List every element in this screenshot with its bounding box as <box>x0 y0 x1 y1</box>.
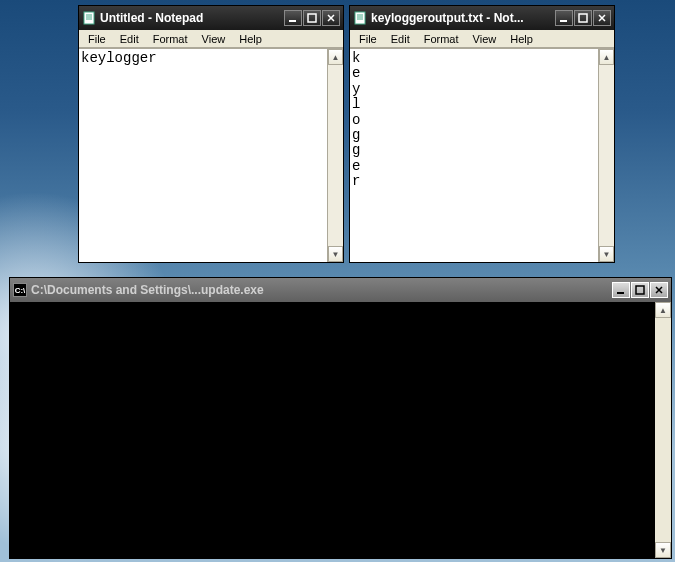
svg-rect-5 <box>579 14 587 22</box>
menu-format[interactable]: Format <box>146 31 195 47</box>
svg-rect-2 <box>308 14 316 22</box>
vertical-scrollbar[interactable]: ▲ ▼ <box>327 49 343 262</box>
maximize-button[interactable] <box>303 10 321 26</box>
svg-rect-4 <box>560 20 567 22</box>
scroll-down-button[interactable]: ▼ <box>328 246 343 262</box>
menubar: File Edit Format View Help <box>350 30 614 48</box>
window-title: keyloggeroutput.txt - Not... <box>371 11 555 25</box>
menu-view[interactable]: View <box>195 31 233 47</box>
minimize-button[interactable] <box>555 10 573 26</box>
cmd-content[interactable] <box>10 302 655 558</box>
cmd-window: C:\ C:\Documents and Settings\...update.… <box>9 277 672 559</box>
text-content[interactable]: k e y l o g g e r <box>350 49 598 262</box>
svg-rect-7 <box>636 286 644 294</box>
menu-help[interactable]: Help <box>232 31 269 47</box>
menu-view[interactable]: View <box>466 31 504 47</box>
window-title: C:\Documents and Settings\...update.exe <box>31 283 612 297</box>
close-button[interactable] <box>322 10 340 26</box>
editor-area: keylogger ▲ ▼ <box>79 48 343 262</box>
menu-file[interactable]: File <box>352 31 384 47</box>
close-button[interactable] <box>650 282 668 298</box>
notepad-icon <box>82 11 96 25</box>
minimize-button[interactable] <box>284 10 302 26</box>
menubar: File Edit Format View Help <box>79 30 343 48</box>
scroll-track[interactable] <box>599 65 614 246</box>
cmd-icon: C:\ <box>13 283 27 297</box>
maximize-button[interactable] <box>631 282 649 298</box>
svg-rect-6 <box>617 292 624 294</box>
vertical-scrollbar[interactable]: ▲ ▼ <box>598 49 614 262</box>
svg-rect-3 <box>355 12 365 24</box>
scroll-up-button[interactable]: ▲ <box>655 302 671 318</box>
notepad-icon <box>353 11 367 25</box>
menu-edit[interactable]: Edit <box>113 31 146 47</box>
menu-file[interactable]: File <box>81 31 113 47</box>
window-title: Untitled - Notepad <box>100 11 284 25</box>
notepad-window-1: Untitled - Notepad File Edit Format View… <box>78 5 344 263</box>
scroll-down-button[interactable]: ▼ <box>599 246 614 262</box>
svg-rect-1 <box>289 20 296 22</box>
scroll-track[interactable] <box>328 65 343 246</box>
svg-rect-0 <box>84 12 94 24</box>
titlebar[interactable]: C:\ C:\Documents and Settings\...update.… <box>10 278 671 302</box>
scroll-up-button[interactable]: ▲ <box>328 49 343 65</box>
menu-format[interactable]: Format <box>417 31 466 47</box>
editor-area: k e y l o g g e r ▲ ▼ <box>350 48 614 262</box>
scroll-down-button[interactable]: ▼ <box>655 542 671 558</box>
minimize-button[interactable] <box>612 282 630 298</box>
close-button[interactable] <box>593 10 611 26</box>
scroll-track[interactable] <box>655 318 671 542</box>
cmd-body: ▲ ▼ <box>10 302 671 558</box>
notepad-window-2: keyloggeroutput.txt - Not... File Edit F… <box>349 5 615 263</box>
maximize-button[interactable] <box>574 10 592 26</box>
menu-help[interactable]: Help <box>503 31 540 47</box>
vertical-scrollbar[interactable]: ▲ ▼ <box>655 302 671 558</box>
menu-edit[interactable]: Edit <box>384 31 417 47</box>
scroll-up-button[interactable]: ▲ <box>599 49 614 65</box>
text-content[interactable]: keylogger <box>79 49 327 262</box>
titlebar[interactable]: Untitled - Notepad <box>79 6 343 30</box>
titlebar[interactable]: keyloggeroutput.txt - Not... <box>350 6 614 30</box>
